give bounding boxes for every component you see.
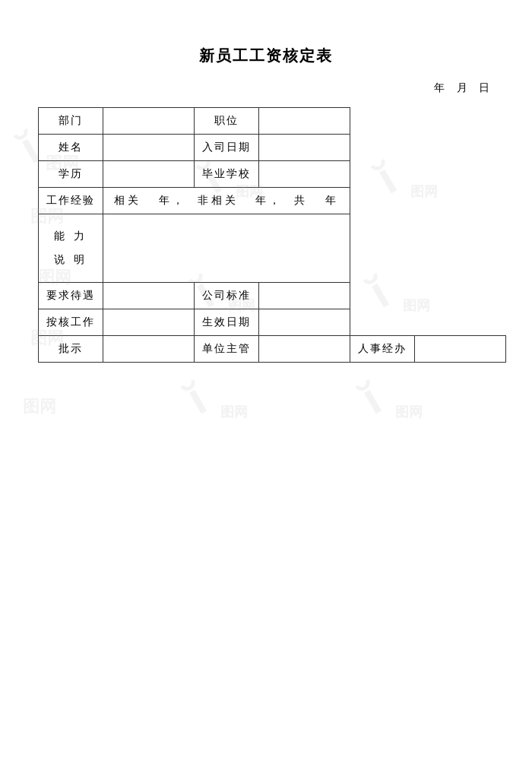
label-salary-req: 要求待遇 [39,283,103,309]
value-company-std [259,283,350,309]
value-name [103,135,195,161]
table-row: 部门 职位 [39,108,506,135]
value-position [259,108,350,135]
value-department [103,108,195,135]
label-hr: 人事经办 [350,336,415,363]
table-row: 批示单位主管人事经办 [39,336,506,363]
table-row: 工作经验 相关 年， 非相关 年， 共 年 [39,188,506,214]
label-department: 部门 [39,108,103,135]
value-approve-work [103,309,195,336]
table-row: 要求待遇 公司标准 [39,283,506,309]
label-effective-date: 生效日期 [195,309,259,336]
table-row: 按核工作 生效日期 [39,309,506,336]
value-school [259,161,350,188]
value-supervisor [259,336,350,363]
value-experience: 相关 年， 非相关 年， 共 年 [103,188,350,214]
label-school: 毕业学校 [195,161,259,188]
label-experience: 工作经验 [39,188,103,214]
label-position: 职位 [195,108,259,135]
label-approval: 批示 [39,336,103,363]
value-ability [103,214,350,283]
table-row: 姓名 入司日期 [39,135,506,161]
value-salary-req [103,283,195,309]
value-hr [415,336,506,363]
table-row: 学历 毕业学校 [39,161,506,188]
label-supervisor: 单位主管 [195,336,259,363]
value-join-date [259,135,350,161]
form-table: 部门 职位 姓名 入司日期 学历 毕业学校 工作经验 [38,107,506,363]
page-container: ĭ 图网 图网 图网 图网 图网 ĭ ĭ ĭ ĭ ĭ ĭ 图网 图网 图网 图网… [0,0,532,783]
table-row: 能 力说 明 [39,214,506,283]
page-title: 新员工工资核定表 [38,46,494,66]
label-ability: 能 力说 明 [39,214,103,283]
label-education: 学历 [39,161,103,188]
value-approval [103,336,195,363]
value-education [103,161,195,188]
value-effective-date [259,309,350,336]
label-approve-work: 按核工作 [39,309,103,336]
label-join-date: 入司日期 [195,135,259,161]
date-row: 年 月 日 [38,81,494,95]
label-name: 姓名 [39,135,103,161]
label-company-std: 公司标准 [195,283,259,309]
